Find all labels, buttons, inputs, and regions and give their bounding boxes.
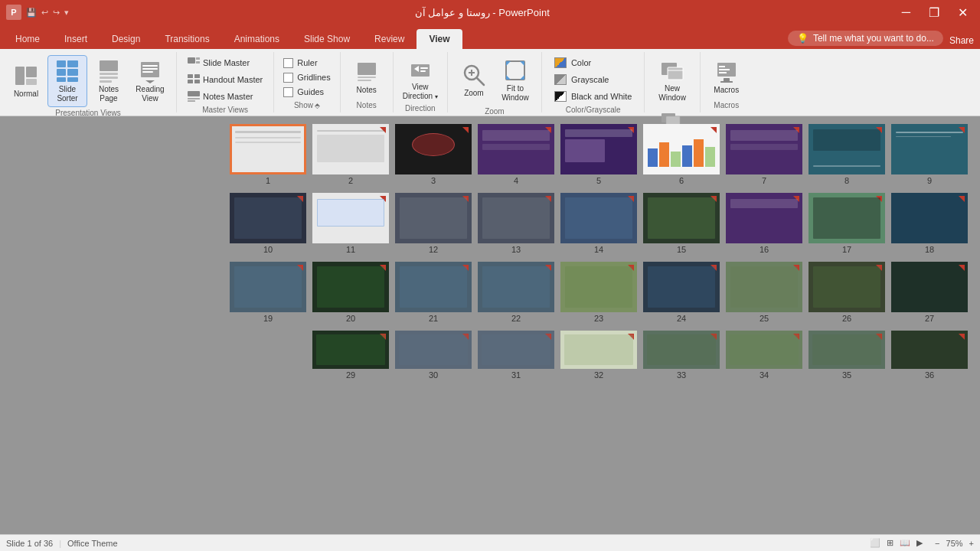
slide-sorter-button[interactable]: SlideSorter [47, 55, 87, 107]
slide-master-icon [188, 57, 200, 68]
slide-thumb-8[interactable]: 8 [808, 124, 885, 185]
slide-thumb-10[interactable]: 10 [230, 193, 306, 254]
master-views-content: Slide Master Handout Master Notes Master [183, 55, 267, 104]
slide-thumb-24[interactable]: 24 [643, 262, 720, 323]
slide-thumb-25[interactable]: 25 [726, 262, 802, 323]
slide-thumb-15[interactable]: 15 [643, 193, 720, 254]
fit-to-window-button[interactable]: Fit toWindow [495, 55, 535, 106]
share-button[interactable]: Share [949, 35, 974, 46]
slide-thumb-20[interactable]: 20 [312, 262, 389, 323]
handout-master-button[interactable]: Handout Master [183, 72, 267, 87]
svg-rect-27 [188, 100, 195, 102]
slide-thumb-29[interactable]: 29 [312, 331, 389, 380]
slide-thumb-30[interactable]: 30 [395, 331, 472, 380]
quick-access-save[interactable]: 💾 [26, 8, 37, 18]
slide-thumb-36[interactable]: 36 [891, 331, 968, 380]
tab-review[interactable]: Review [362, 29, 416, 49]
slide-thumb-18[interactable]: 18 [891, 193, 968, 254]
quick-access-redo[interactable]: ↪ [53, 8, 60, 18]
restore-button[interactable]: ❐ [923, 4, 946, 21]
slide-master-button[interactable]: Slide Master [183, 55, 254, 70]
svg-rect-20 [196, 61, 200, 64]
new-window-button[interactable]: NewWindow [652, 55, 692, 106]
slides-container[interactable]: 9 8 [0, 116, 980, 534]
slide-thumb-21[interactable]: 21 [395, 262, 472, 323]
svg-rect-2 [26, 79, 37, 85]
slide-thumb-7[interactable]: 7 [726, 124, 802, 185]
tab-slideshow[interactable]: Slide Show [292, 29, 362, 49]
view-direction-button[interactable]: ViewDirection ▾ [400, 55, 441, 103]
minimize-button[interactable]: ─ [896, 4, 916, 21]
zoom-button[interactable]: Zoom [454, 60, 494, 101]
new-window-icon [660, 58, 684, 83]
tab-view[interactable]: View [416, 29, 462, 49]
slide-thumb-16[interactable]: 16 [726, 193, 802, 254]
slide-thumb-27[interactable]: 27 [891, 262, 968, 323]
slide-thumb-4[interactable]: 4 [478, 124, 554, 185]
tab-design[interactable]: Design [100, 29, 152, 49]
view-normal-status[interactable]: ⬜ [870, 538, 880, 548]
gridlines-checkbox[interactable]: Gridlines [280, 71, 333, 84]
color-swatch-bw [554, 91, 567, 102]
slide-thumb-32[interactable]: 32 [560, 331, 637, 380]
normal-button[interactable]: Normal [6, 60, 46, 102]
notes-master-button[interactable]: Notes Master [183, 89, 257, 104]
slide-img-35 [808, 331, 885, 369]
slide-thumb-34[interactable]: 34 [726, 331, 802, 380]
grayscale-button[interactable]: Grayscale [548, 72, 616, 87]
svg-rect-3 [57, 60, 66, 67]
slide-thumb-22[interactable]: 22 [478, 262, 554, 323]
zoom-plus[interactable]: + [969, 539, 974, 548]
slide-thumb-14[interactable]: 14 [560, 193, 637, 254]
color-button[interactable]: Color [548, 55, 597, 70]
tab-transitions[interactable]: Transitions [152, 29, 221, 49]
view-slideshow-status[interactable]: ▶ [916, 538, 923, 548]
ruler-checkbox[interactable]: Ruler [280, 57, 320, 70]
reading-view-button[interactable]: ReadingView [130, 56, 170, 106]
quick-access-undo[interactable]: ↩ [41, 8, 48, 18]
slide-thumb-3[interactable]: 3 [395, 124, 472, 185]
show-expand-arrow[interactable]: ⬘ [315, 102, 320, 109]
slide-thumb-12[interactable]: 12 [395, 193, 472, 254]
slide-thumb-31[interactable]: 31 [478, 331, 554, 380]
slide-thumb-2[interactable]: 2 [312, 124, 389, 185]
slide-thumb-1[interactable]: 1 [230, 124, 306, 185]
slide-thumb-19[interactable]: 19 [230, 262, 306, 323]
view-reading-status[interactable]: 📖 [900, 538, 910, 548]
slide-thumb-17[interactable]: 17 [808, 193, 885, 254]
notes-button[interactable]: Notes [347, 57, 387, 98]
svg-rect-18 [188, 57, 195, 64]
slide-thumb-23[interactable]: 23 [560, 262, 637, 323]
slide-thumb-11[interactable]: 11 [312, 193, 389, 254]
normal-icon [14, 64, 38, 88]
slide-thumb-26[interactable]: 26 [808, 262, 885, 323]
macros-button[interactable]: Macros [707, 57, 746, 98]
svg-rect-14 [142, 65, 158, 67]
notes-master-icon [188, 91, 200, 102]
slide-img-17 [808, 193, 885, 243]
svg-rect-30 [358, 80, 371, 81]
black-white-button[interactable]: Black and White [548, 89, 638, 104]
slide-thumb-35[interactable]: 35 [808, 331, 885, 380]
svg-rect-25 [188, 91, 200, 96]
svg-rect-11 [100, 77, 118, 79]
zoom-minus[interactable]: − [935, 539, 939, 548]
close-button[interactable]: ✕ [952, 4, 974, 21]
notes-content: Notes [347, 55, 387, 99]
slide-thumb-5[interactable]: 5 [560, 124, 637, 185]
notes-page-button[interactable]: NotesPage [89, 56, 129, 106]
slide-thumb-9[interactable]: 9 [891, 124, 968, 185]
guides-checkbox[interactable]: Guides [280, 86, 327, 99]
tab-insert[interactable]: Insert [52, 29, 100, 49]
ribbon-tabs: Home Insert Design Transitions Animation… [0, 24, 980, 49]
tell-me-box[interactable]: 💡 Tell me what you want to do... [788, 31, 943, 46]
slide-thumb-6[interactable]: 6 [643, 124, 720, 185]
tab-animations[interactable]: Animations [222, 29, 292, 49]
slide-thumb-13[interactable]: 13 [478, 193, 554, 254]
slide-img-19 [230, 262, 306, 312]
svg-rect-0 [15, 67, 24, 85]
tab-home[interactable]: Home [3, 29, 52, 49]
slides-row-3: 27 26 25 24 [12, 262, 968, 323]
view-sorter-status[interactable]: ⊞ [887, 538, 893, 548]
slide-thumb-33[interactable]: 33 [643, 331, 720, 380]
